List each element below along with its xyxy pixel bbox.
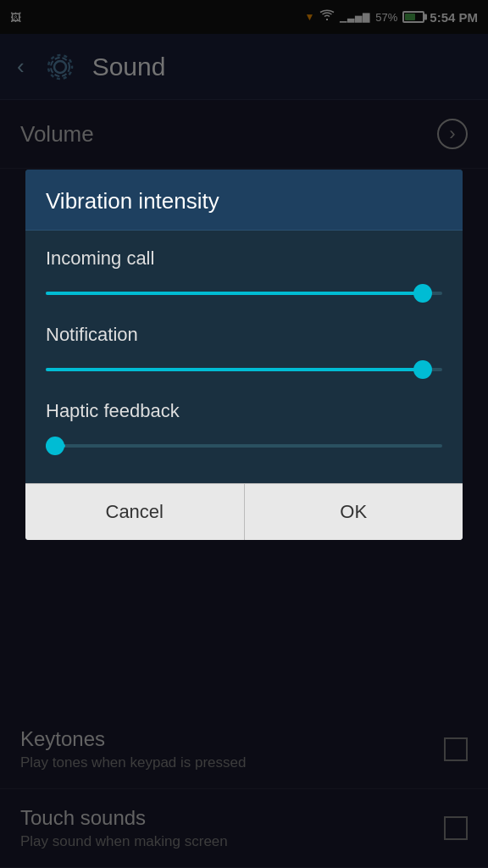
cancel-button[interactable]: Cancel xyxy=(25,484,245,540)
notification-track xyxy=(46,368,442,371)
incoming-call-fill xyxy=(46,292,423,295)
incoming-call-slider[interactable] xyxy=(46,283,442,303)
incoming-call-label: Incoming call xyxy=(46,248,442,270)
vibration-intensity-dialog: Vibration intensity Incoming call Notifi… xyxy=(25,170,463,540)
dialog-title: Vibration intensity xyxy=(46,188,442,214)
dialog-header: Vibration intensity xyxy=(25,170,463,231)
notification-slider[interactable] xyxy=(46,359,442,380)
incoming-call-thumb[interactable] xyxy=(413,284,432,303)
dialog-body: Incoming call Notification Haptic feedba… xyxy=(25,231,463,483)
haptic-feedback-thumb[interactable] xyxy=(46,437,64,455)
haptic-feedback-slider[interactable] xyxy=(46,436,442,456)
incoming-call-section: Incoming call xyxy=(46,248,442,303)
notification-label: Notification xyxy=(46,324,442,346)
dialog-footer: Cancel OK xyxy=(25,483,463,540)
ok-button[interactable]: OK xyxy=(245,484,463,540)
notification-section: Notification xyxy=(46,324,442,380)
haptic-feedback-label: Haptic feedback xyxy=(46,400,442,422)
haptic-feedback-section: Haptic feedback xyxy=(46,400,442,456)
notification-fill xyxy=(46,368,423,371)
haptic-feedback-track xyxy=(46,444,442,448)
notification-thumb[interactable] xyxy=(413,360,432,379)
incoming-call-track xyxy=(46,292,442,295)
